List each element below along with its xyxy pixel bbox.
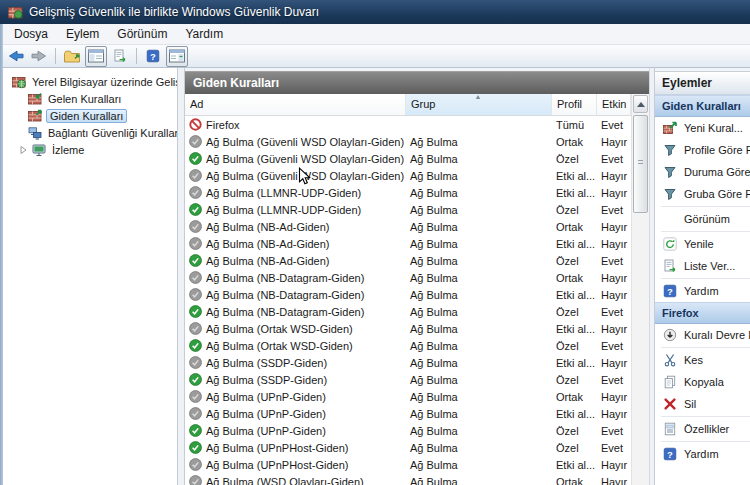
rule-row[interactable]: Ağ Bulma (UPnPHost-Giden)Ağ BulmaÖzelEve… xyxy=(185,439,631,456)
toolbar-button-help[interactable]: ? xyxy=(143,47,163,66)
menu-item-dosya[interactable]: Dosya xyxy=(14,27,48,41)
svg-text:?: ? xyxy=(667,286,673,297)
rule-row[interactable]: Ağ Bulma (NB-Ad-Giden)Ağ BulmaÖzelEvet xyxy=(185,252,631,269)
help-icon: ? xyxy=(662,284,677,298)
action-item[interactable]: Gruba Göre Filt xyxy=(655,183,750,205)
rule-profile: Özel xyxy=(552,153,597,165)
rule-enabled: Hayır xyxy=(597,323,631,335)
console-tree-icon xyxy=(87,48,105,64)
tree-item-izleme[interactable]: İzleme xyxy=(3,141,177,158)
rule-profile: Ortak xyxy=(552,272,597,284)
action-separator xyxy=(661,347,750,348)
action-item[interactable]: ?Yardım xyxy=(655,280,750,302)
toolbar-button-toggle-console-tree[interactable] xyxy=(85,46,107,67)
rules-list-panel: Giden Kuralları AdGrup▲ProfilEtkin Firef… xyxy=(185,68,649,485)
expand-arrow-icon[interactable] xyxy=(19,145,28,155)
rule-row[interactable]: Ağ Bulma (Güvenli WSD Olayları-Giden)Ağ … xyxy=(185,133,631,150)
disabled-icon xyxy=(189,390,202,403)
disabled-icon xyxy=(189,135,202,148)
tree-item-label: Bağlantı Güvenliği Kuralları xyxy=(46,127,178,139)
disabled-icon xyxy=(189,322,202,335)
rule-name: Ağ Bulma (Ortak WSD-Giden) xyxy=(206,323,353,335)
column-header-grup[interactable]: Grup▲ xyxy=(406,94,552,115)
column-header-profil[interactable]: Profil xyxy=(552,94,597,115)
action-section-header[interactable]: Firefox xyxy=(655,302,750,324)
rule-group: Ağ Bulma xyxy=(406,374,552,386)
action-item[interactable]: Duruma Göre F xyxy=(655,161,750,183)
rule-row[interactable]: Ağ Bulma (UPnPHost-Giden)Ağ BulmaEtki al… xyxy=(185,456,631,473)
tree-item-gelen-kurallari[interactable]: Gelen Kuralları xyxy=(3,90,177,107)
tree-item-giden-kurallari[interactable]: Giden Kuralları xyxy=(3,107,177,124)
tree-item-root[interactable]: Yerel Bilgisayar üzerinde Gelişm xyxy=(3,73,177,90)
rule-enabled: Hayır xyxy=(597,459,631,471)
scroll-up-button[interactable] xyxy=(633,95,648,113)
rule-row[interactable]: Ağ Bulma (NB-Ad-Giden)Ağ BulmaEtki al...… xyxy=(185,235,631,252)
action-item[interactable]: Görünüm xyxy=(655,208,750,230)
action-item[interactable]: ?Yardım xyxy=(655,443,750,465)
menu-item-gorunum[interactable]: Görünüm xyxy=(117,27,167,41)
toolbar-button-export-list[interactable] xyxy=(110,47,130,66)
toolbar-button-forward[interactable] xyxy=(29,47,49,66)
blocked-icon xyxy=(189,118,202,131)
rule-row[interactable]: Ağ Bulma (NB-Datagram-Giden)Ağ BulmaOrta… xyxy=(185,269,631,286)
rule-enabled: Evet xyxy=(597,442,631,454)
toolbar-button-back[interactable] xyxy=(6,47,26,66)
toolbar-button-up-level[interactable] xyxy=(62,47,82,66)
rule-enabled: Hayır xyxy=(597,187,631,199)
rule-row[interactable]: Ağ Bulma (UPnP-Giden)Ağ BulmaÖzelEvet xyxy=(185,422,631,439)
tree-item-baglanti-guvenligi[interactable]: Bağlantı Güvenliği Kuralları xyxy=(3,124,177,141)
action-item[interactable]: Liste Ver... xyxy=(655,255,750,277)
rule-name: Ağ Bulma (LLMNR-UDP-Giden) xyxy=(206,187,361,199)
rule-group: Ağ Bulma xyxy=(406,170,552,182)
column-header-ad[interactable]: Ad xyxy=(185,94,406,115)
enabled-icon xyxy=(189,441,202,454)
enabled-icon xyxy=(189,254,202,267)
action-item[interactable]: Yenile xyxy=(655,233,750,255)
action-pane-icon xyxy=(168,48,186,64)
rule-group: Ağ Bulma xyxy=(406,272,552,284)
rule-row[interactable]: Ağ Bulma (SSDP-Giden)Ağ BulmaEtki al...H… xyxy=(185,354,631,371)
rule-group: Ağ Bulma xyxy=(406,306,552,318)
rule-group: Ağ Bulma xyxy=(406,255,552,267)
enabled-icon xyxy=(189,305,202,318)
rule-row[interactable]: Ağ Bulma (NB-Datagram-Giden)Ağ BulmaÖzel… xyxy=(185,303,631,320)
rule-enabled: Evet xyxy=(597,374,631,386)
rule-row[interactable]: Ağ Bulma (Güvenli WSD Olayları-Giden)Ağ … xyxy=(185,167,631,184)
new-rule-icon xyxy=(662,121,677,135)
rule-row[interactable]: Ağ Bulma (Güvenli WSD Olayları-Giden)Ağ … xyxy=(185,150,631,167)
rule-row[interactable]: FirefoxTümüEvet xyxy=(185,116,631,133)
action-item[interactable]: Kuralı Devre Dı xyxy=(655,324,750,346)
rule-profile: Etki al... xyxy=(552,170,597,182)
panel-splitter-left[interactable] xyxy=(178,68,185,485)
action-section-header[interactable]: Giden Kuralları xyxy=(655,95,750,117)
rule-name: Ağ Bulma (NB-Ad-Giden) xyxy=(206,255,330,267)
action-item[interactable]: Profile Göre Fil xyxy=(655,139,750,161)
rule-row[interactable]: Ağ Bulma (LLMNR-UDP-Giden)Ağ BulmaÖzelEv… xyxy=(185,201,631,218)
menu-item-yardim[interactable]: Yardım xyxy=(185,27,223,41)
action-item[interactable]: Sil xyxy=(655,393,750,415)
rule-row[interactable]: Ağ Bulma (NB-Datagram-Giden)Ağ BulmaEtki… xyxy=(185,286,631,303)
rule-row[interactable]: Ağ Bulma (WSD Olayları-Giden)Ağ BulmaOrt… xyxy=(185,473,631,485)
action-item[interactable]: Kes xyxy=(655,349,750,371)
action-item[interactable]: Kopyala xyxy=(655,371,750,393)
rule-name: Ağ Bulma (NB-Datagram-Giden) xyxy=(206,272,364,284)
rule-row[interactable]: Ağ Bulma (NB-Ad-Giden)Ağ BulmaOrtakHayır xyxy=(185,218,631,235)
scrollbar-thumb[interactable] xyxy=(633,115,648,213)
export-list-icon xyxy=(113,49,127,63)
rule-row[interactable]: Ağ Bulma (SSDP-Giden)Ağ BulmaÖzelEvet xyxy=(185,371,631,388)
action-item[interactable]: Özellikler xyxy=(655,418,750,440)
action-separator xyxy=(661,231,750,232)
toolbar-button-toggle-action-pane[interactable] xyxy=(166,46,188,67)
rule-row[interactable]: Ağ Bulma (LLMNR-UDP-Giden)Ağ BulmaEtki a… xyxy=(185,184,631,201)
rule-row[interactable]: Ağ Bulma (UPnP-Giden)Ağ BulmaEtki al...H… xyxy=(185,405,631,422)
vertical-scrollbar[interactable] xyxy=(631,94,649,485)
rule-profile: Ortak xyxy=(552,476,597,485)
rule-enabled: Hayır xyxy=(597,289,631,301)
rule-row[interactable]: Ağ Bulma (UPnP-Giden)Ağ BulmaOrtakHayır xyxy=(185,388,631,405)
menu-item-eylem[interactable]: Eylem xyxy=(66,27,99,41)
rule-row[interactable]: Ağ Bulma (Ortak WSD-Giden)Ağ BulmaÖzelEv… xyxy=(185,337,631,354)
column-header-etkin[interactable]: Etkin xyxy=(597,94,631,115)
rule-profile: Özel xyxy=(552,204,597,216)
action-item[interactable]: Yeni Kural... xyxy=(655,117,750,139)
rule-row[interactable]: Ağ Bulma (Ortak WSD-Giden)Ağ BulmaEtki a… xyxy=(185,320,631,337)
